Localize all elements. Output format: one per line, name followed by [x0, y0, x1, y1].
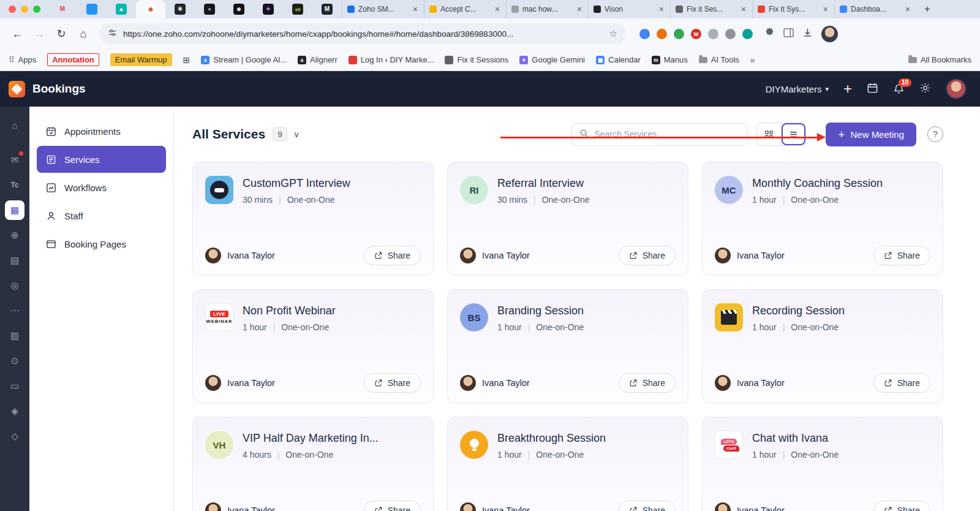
rail-more-icon[interactable]: ⋯ — [5, 301, 24, 320]
apps-shortcut[interactable]: ⠿ Apps — [9, 55, 36, 64]
user-avatar[interactable] — [946, 78, 967, 99]
sidebar-item-workflows[interactable]: Workflows — [37, 174, 166, 201]
rail-audience-icon[interactable]: ◎ — [5, 276, 24, 295]
ext-green-icon[interactable] — [674, 29, 684, 39]
service-card[interactable]: Breakthrough Session1 hour|One-on-OneIva… — [447, 417, 688, 511]
bookmark-item[interactable]: aAlignerr — [298, 55, 337, 64]
service-card[interactable]: Recording Session1 hour|One-on-OneIvana … — [702, 289, 943, 403]
org-switcher[interactable]: DIYMarketers ▾ — [766, 84, 829, 94]
rail-notes-icon[interactable]: ▤ — [5, 251, 24, 270]
gear-icon[interactable] — [919, 82, 931, 96]
bookmark-item[interactable]: ✦Google Gemini — [519, 55, 585, 64]
service-card[interactable]: BSBranding Session1 hour|One-on-OneIvana… — [447, 289, 688, 403]
share-button[interactable]: Share — [364, 246, 421, 265]
tab-close-icon[interactable]: × — [576, 4, 583, 14]
service-card[interactable]: LIVEWEBINARNon Profit Webinar1 hour|One-… — [192, 289, 434, 403]
chevron-down-icon[interactable]: ∨ — [293, 129, 300, 139]
puzzle-icon[interactable] — [765, 28, 775, 40]
share-button[interactable]: Share — [619, 501, 676, 511]
rail-home-icon[interactable]: ⌂ — [5, 115, 24, 135]
zoom-window-button[interactable] — [33, 6, 40, 13]
close-window-button[interactable] — [9, 6, 16, 13]
browser-tab[interactable]: Accept C...× — [424, 0, 506, 18]
bookmark-email-warmup[interactable]: Email Warmup — [110, 53, 172, 66]
rail-text-campaigns-icon[interactable]: Tc — [5, 175, 24, 195]
sidebar-item-booking-pages[interactable]: Booking Pages — [37, 230, 166, 257]
help-button[interactable]: ? — [927, 126, 943, 142]
browser-tab[interactable]: Fix It Sys...× — [752, 0, 834, 18]
bookmark-item[interactable]: AI Tools — [699, 55, 739, 64]
quick-add-button[interactable]: + — [843, 81, 852, 96]
pinned-tab-m-app[interactable]: M — [312, 0, 342, 18]
rail-campaigns-icon[interactable]: ✉ — [5, 150, 24, 170]
address-bar[interactable]: https://one.zoho.com/zohoone/diymarketer… — [99, 23, 626, 44]
pinned-tab-oil-app[interactable]: oil — [283, 0, 312, 18]
search-box[interactable] — [571, 123, 748, 146]
rail-reports-icon[interactable]: ▥ — [5, 326, 24, 346]
pinned-tab-zoho-bookings[interactable]: ◆ — [136, 0, 165, 18]
browser-tab[interactable]: mac how...× — [506, 0, 588, 18]
minimize-window-button[interactable] — [21, 6, 28, 13]
new-tab-button[interactable]: + — [919, 1, 936, 18]
service-card[interactable]: LET'SCHATChat with Ivana1 hour|One-on-On… — [702, 417, 943, 511]
tab-close-icon[interactable]: × — [412, 4, 419, 14]
rail-tags-icon[interactable]: ◈ — [5, 401, 24, 421]
pinned-tab-gmail[interactable]: M — [48, 0, 77, 18]
ext-gray-1-icon[interactable] — [708, 29, 718, 39]
sidebar-item-staff[interactable]: Staff — [37, 202, 166, 229]
bookmark-item[interactable]: Log In ‹ DIY Marke... — [349, 55, 434, 64]
bookmark-annotation[interactable]: Annotation — [47, 53, 99, 66]
browser-tab[interactable]: Zoho SM...× — [342, 0, 424, 18]
tab-close-icon[interactable]: × — [740, 4, 747, 14]
pinned-tab-blue-app[interactable] — [77, 0, 107, 18]
home-icon[interactable]: ⌂ — [75, 25, 92, 42]
rail-automation-icon[interactable]: ⊕ — [5, 225, 24, 245]
bookmark-item[interactable]: ▦Calendar — [596, 55, 641, 64]
grid-view-button[interactable] — [757, 123, 781, 145]
tune-icon[interactable] — [108, 28, 117, 40]
pinned-tab-teal-app[interactable]: ▲ — [107, 0, 136, 18]
rail-devices-icon[interactable]: ▭ — [5, 376, 24, 396]
browser-profile-avatar[interactable] — [821, 26, 838, 42]
reload-icon[interactable]: ↻ — [53, 25, 70, 42]
share-button[interactable]: Share — [619, 246, 676, 265]
side-panel-icon[interactable] — [783, 28, 794, 40]
bookmark-item[interactable]: mManus — [652, 55, 688, 64]
bookmark-item[interactable]: xStream | Google Al... — [201, 55, 287, 64]
bookmark-star-icon[interactable]: ☆ — [609, 28, 617, 39]
ext-red-w-icon[interactable]: w — [691, 29, 701, 39]
forward-icon[interactable]: → — [31, 25, 48, 42]
tab-close-icon[interactable]: × — [494, 4, 501, 14]
share-button[interactable]: Share — [619, 373, 676, 393]
bookmarks-overflow-icon[interactable]: » — [750, 55, 755, 65]
share-button[interactable]: Share — [364, 373, 421, 393]
share-button[interactable]: Share — [364, 501, 421, 511]
back-icon[interactable]: ← — [9, 25, 26, 42]
browser-tab[interactable]: Vison× — [588, 0, 670, 18]
service-card[interactable]: RIReferral Interview30 mins|One-on-OneIv… — [447, 162, 688, 276]
all-bookmarks[interactable]: All Bookmarks — [908, 55, 971, 64]
tab-close-icon[interactable]: × — [658, 4, 665, 14]
browser-tab[interactable]: Fix it Ses...× — [670, 0, 752, 18]
sidebar-item-appointments[interactable]: Appointments — [37, 118, 166, 145]
calendar-icon[interactable] — [867, 82, 878, 96]
tab-close-icon[interactable]: × — [822, 4, 829, 14]
tab-close-icon[interactable]: × — [904, 4, 911, 14]
pinned-tab-dark-app-2[interactable]: ● — [195, 0, 224, 18]
service-card[interactable]: VHVIP Half Day Marketing In...4 hours|On… — [192, 417, 434, 511]
service-card[interactable]: CustomGPT Interview30 mins|One-on-OneIva… — [192, 162, 434, 276]
browser-tab[interactable]: Dashboa...× — [834, 0, 916, 18]
bookmark-item[interactable]: Fix it Sessions — [445, 55, 508, 64]
ext-multicolor-icon[interactable] — [639, 29, 650, 39]
download-icon[interactable] — [802, 28, 813, 40]
list-view-button[interactable] — [782, 123, 805, 145]
service-card[interactable]: MCMonthly Coaching Session1 hour|One-on-… — [702, 162, 943, 276]
share-button[interactable]: Share — [873, 246, 930, 265]
sidebar-item-services[interactable]: Services — [37, 146, 166, 173]
rail-bookings-icon[interactable]: ▦ — [5, 200, 24, 220]
rail-security-icon[interactable]: ◇ — [5, 426, 24, 446]
pinned-tab-dark-app-3[interactable]: ☻ — [224, 0, 254, 18]
new-meeting-button[interactable]: + New Meeting — [826, 123, 916, 146]
rail-search-icon[interactable]: ⊙ — [5, 351, 24, 371]
grid-shortcut-icon[interactable]: ⊞ — [183, 55, 190, 65]
